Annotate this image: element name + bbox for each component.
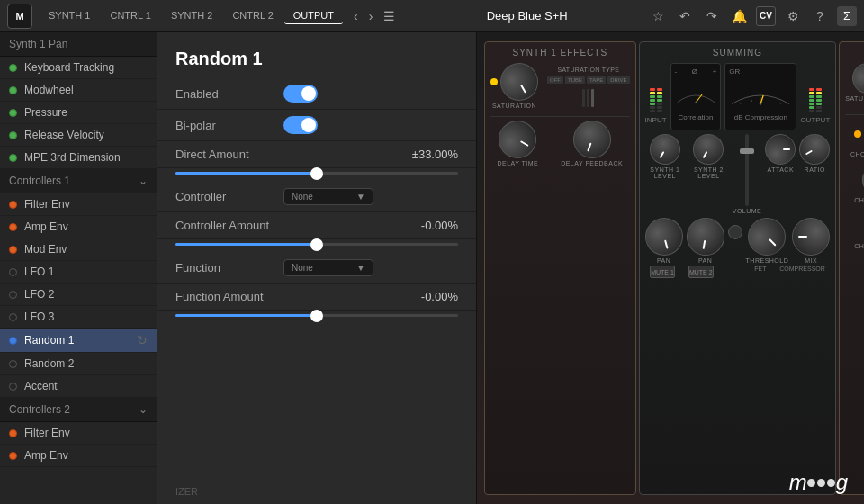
controller-amount-thumb[interactable] — [310, 238, 323, 251]
sat-off-button[interactable]: OFF — [547, 76, 563, 84]
chorus-hpf-knob[interactable] — [857, 159, 864, 201]
sidebar-item-lfo2[interactable]: LFO 2 — [0, 284, 157, 306]
link-button[interactable] — [728, 225, 742, 239]
db-compression-label: dB Compression — [729, 113, 792, 122]
synth1-delayfeedback-knob[interactable] — [568, 115, 616, 164]
synth2-level-knob[interactable] — [688, 129, 729, 170]
sidebar-item-mpe3rd[interactable]: MPE 3rd Dimension — [0, 147, 157, 169]
sat-drive-button[interactable]: DRIVE — [608, 76, 629, 84]
sidebar-section-controllers1[interactable]: Controllers 1 ⌄ — [0, 169, 157, 194]
volume-fader-track[interactable] — [745, 134, 749, 206]
function-dropdown[interactable]: None ▼ — [284, 259, 374, 276]
threshold-knob[interactable] — [741, 210, 794, 263]
function-row: Function None ▼ — [158, 253, 476, 284]
synth2-effects-section: SYNTH 2 EFFECTS SATURATION SATURATION TY… — [839, 41, 864, 495]
sidebar-item-random2[interactable]: Random 2 — [0, 353, 157, 375]
moog-dot-3 — [827, 479, 835, 487]
volume-label: VOLUME — [733, 208, 762, 214]
direct-amount-value: ±33.00% — [412, 148, 458, 161]
bipolar-toggle[interactable] — [284, 116, 318, 134]
sidebar-item-amp-env[interactable]: Amp Env — [0, 216, 157, 238]
tab-cntrl2[interactable]: CNTRL 2 — [223, 8, 282, 24]
chorus-expand-label: CHORUS EXPAND — [854, 243, 864, 249]
synth1-level-knob[interactable] — [644, 129, 686, 170]
direct-amount-slider-container — [158, 168, 476, 182]
gear-icon[interactable]: ⚙ — [783, 6, 803, 26]
sat-tape-button[interactable]: TAPE — [587, 76, 606, 84]
mix-group: MIX — [792, 218, 830, 264]
attack-knob[interactable] — [765, 134, 796, 165]
direct-amount-thumb[interactable] — [310, 167, 323, 180]
synth2-saturation-knob[interactable] — [847, 58, 864, 99]
sidebar-item-release-velocity[interactable]: Release Velocity — [0, 124, 157, 147]
function-amount-thumb[interactable] — [310, 310, 323, 322]
pan1-knob[interactable] — [641, 213, 687, 259]
sidebar-item-keyboard-tracking[interactable]: Keyboard Tracking — [0, 57, 157, 79]
correlation-display: - Ø + Correlation — [670, 63, 722, 130]
enabled-toggle[interactable] — [284, 85, 318, 103]
nav-forward-button[interactable]: › — [365, 7, 377, 25]
sidebar-item-lfo3[interactable]: LFO 3 — [0, 306, 157, 328]
chorus-expand-group: CHORUS EXPAND — [854, 211, 864, 249]
mix-knob[interactable] — [792, 218, 830, 256]
sidebar-section-controllers2[interactable]: Controllers 2 ⌄ — [0, 398, 157, 422]
direct-amount-track[interactable] — [176, 172, 458, 175]
synth2-saturation-group: SATURATION — [845, 63, 864, 107]
tab-output[interactable]: OUTPUT — [284, 8, 343, 24]
nav-back-button[interactable]: ‹ — [350, 7, 362, 25]
sidebar-section-title: Controllers 2 — [9, 403, 70, 416]
nav-menu-button[interactable]: ☰ — [380, 7, 399, 25]
volume-fader-thumb[interactable] — [740, 148, 754, 154]
sidebar-item-filter-env-2[interactable]: Filter Env — [0, 422, 157, 445]
status-dot — [9, 201, 17, 209]
redo-icon[interactable]: ↷ — [702, 6, 722, 26]
function-amount-track[interactable] — [176, 314, 458, 317]
pan2-knob[interactable] — [683, 215, 727, 259]
synth1-delaytime-knob[interactable] — [492, 113, 544, 165]
sidebar-item-label: Amp Env — [24, 449, 68, 462]
tab-synth2[interactable]: SYNTH 2 — [162, 8, 221, 24]
link-group — [728, 225, 742, 264]
sigma-icon[interactable]: Σ — [837, 6, 857, 26]
undo-icon[interactable]: ↶ — [675, 6, 695, 26]
cv-icon[interactable]: CV — [756, 6, 776, 26]
sat-tube-button[interactable]: TUBE — [565, 76, 585, 84]
controller-amount-row: Controller Amount -0.00% — [158, 212, 476, 239]
controller-dropdown[interactable]: None ▼ — [284, 188, 374, 205]
mute1-button[interactable]: MUTE 1 — [650, 266, 675, 278]
enabled-label: Enabled — [176, 87, 284, 101]
sidebar-item-mod-env[interactable]: Mod Env — [0, 238, 157, 261]
synth1-saturation-knob[interactable] — [493, 56, 544, 107]
input-meter: INPUT — [645, 63, 667, 130]
chorus-hpf-label: CHORUS HPF — [854, 197, 864, 203]
question-icon[interactable]: ? — [810, 6, 830, 26]
bell-icon[interactable]: 🔔 — [729, 6, 749, 26]
mute2-button[interactable]: MUTE 2 — [688, 266, 714, 278]
sidebar-item-accent[interactable]: Accent — [0, 375, 157, 398]
pan1-label: PAN — [657, 257, 670, 264]
gr-label: GR — [729, 68, 740, 76]
controller-row: Controller None ▼ — [158, 182, 476, 212]
sidebar-item-modwheel[interactable]: Modwheel — [0, 79, 157, 102]
controller-amount-track[interactable] — [176, 243, 458, 246]
ratio-knob[interactable] — [794, 129, 835, 170]
synth1-sattype-row: OFF TUBE TAPE DRIVE — [547, 76, 630, 84]
sidebar-item-random1[interactable]: Random 1 ↻ — [0, 328, 157, 353]
random-panel: Random 1 Enabled Bi-polar Direct Amount … — [158, 32, 477, 504]
main-layout: Synth 1 Pan Keyboard Tracking Modwheel P… — [0, 32, 864, 504]
sidebar-item-lfo1[interactable]: LFO 1 — [0, 261, 157, 284]
sidebar-item-label: Amp Env — [24, 220, 68, 233]
sidebar-item-pressure[interactable]: Pressure — [0, 102, 157, 124]
synth1-sattype-label: SATURATION TYPE — [557, 67, 619, 73]
star-icon[interactable]: ☆ — [648, 6, 668, 26]
svg-point-8 — [760, 103, 762, 105]
tab-synth1[interactable]: SYNTH 1 — [40, 8, 99, 24]
sidebar-section-synth1pan[interactable]: Synth 1 Pan — [0, 32, 157, 57]
app-logo[interactable]: M — [7, 4, 32, 29]
moog-dot-2 — [817, 479, 825, 487]
sat-active-dot — [490, 78, 498, 86]
sidebar-item-amp-env-2[interactable]: Amp Env — [0, 445, 157, 467]
sidebar-item-filter-env[interactable]: Filter Env — [0, 194, 157, 216]
output-label: OUTPUT — [800, 116, 830, 124]
tab-cntrl1[interactable]: CNTRL 1 — [101, 8, 159, 24]
